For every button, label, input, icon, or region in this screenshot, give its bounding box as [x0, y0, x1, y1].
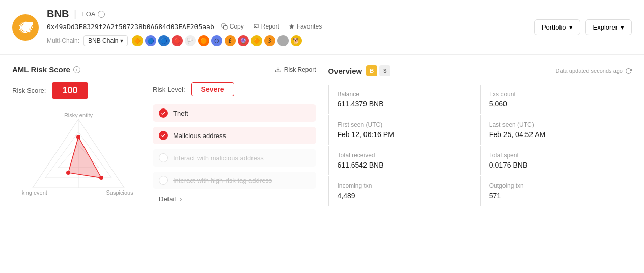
stat-label-3: Last seen (UTC) — [489, 121, 624, 128]
chain-selector[interactable]: BNB Chain ▾ — [83, 35, 128, 46]
stats-grid: Balance 611.4379 BNB Txs count 5,060 Fir… — [328, 85, 632, 207]
risk-score-label: Risk Score: — [12, 87, 46, 94]
aml-header: AML Risk Score i Risk Report — [12, 65, 316, 74]
header-info: BNB | EOA i 0x49aDd3E8329f2A2f507238b0A6… — [47, 8, 534, 46]
chain-icon-multi[interactable]: 🏳️ — [185, 35, 196, 46]
title-divider: | — [74, 9, 76, 19]
aml-info-icon[interactable]: i — [73, 66, 80, 73]
stat-value-1: 5,060 — [489, 100, 624, 108]
stat-item-3: Last seen (UTC) Feb 25, 04:52 AM — [480, 115, 632, 145]
report-button[interactable]: Report — [251, 22, 282, 31]
stat-value-4: 611.6542 BNB — [338, 161, 472, 169]
aml-panel: AML Risk Score i Risk Report Risk Score:… — [12, 65, 316, 207]
risk-item-interact-malicious: Interact with malicious address — [153, 149, 316, 167]
chain-chevron-icon: ▾ — [120, 37, 123, 44]
svg-rect-1 — [223, 26, 227, 30]
svg-marker-2 — [289, 24, 294, 29]
stat-label-7: Outgoing txn — [489, 182, 624, 189]
chain-icon-eth[interactable]: 🔵 — [145, 35, 156, 46]
stat-item-7: Outgoing txn 571 — [480, 176, 632, 206]
risk-item-interact-high-risk: Interact with high-risk tag address — [153, 172, 316, 189]
stat-value-0: 611.4379 BNB — [338, 100, 472, 108]
stat-label-6: Incoming txn — [338, 182, 472, 189]
stat-value-6: 4,489 — [338, 192, 472, 200]
stat-label-1: Txs count — [489, 91, 624, 98]
interact-malicious-checkbox[interactable] — [159, 153, 168, 162]
risk-level-label: Risk Level: — [153, 86, 185, 93]
usd-badge[interactable]: $ — [379, 65, 390, 76]
stat-label-5: Total spent — [489, 152, 624, 159]
stat-label-4: Total received — [338, 152, 472, 159]
overview-panel: Overview B $ Data updated seconds ago Ba… — [328, 65, 632, 207]
chain-icon-shib[interactable]: 🐕 — [291, 35, 302, 46]
risk-content: Risk Score: 100 — [12, 82, 316, 203]
overview-badges: B $ — [366, 65, 390, 76]
chain-icons-row: 🔶 🔵 🔵 🔴 🏳️ 🟠 ⬡ ₿ 🔮 🔶 ₿ ≡ 🐕 — [132, 35, 302, 46]
detail-link[interactable]: Detail — [153, 195, 316, 203]
chain-icon-bnb[interactable]: 🔶 — [132, 35, 143, 46]
stat-value-3: Feb 25, 04:52 AM — [489, 130, 624, 139]
svg-point-13 — [66, 171, 70, 175]
malicious-checkbox[interactable] — [159, 131, 168, 140]
stat-label-2: First seen (UTC) — [338, 121, 472, 128]
malicious-label: Malicious address — [173, 132, 226, 140]
stat-item-4: Total received 611.6542 BNB — [328, 146, 480, 175]
chain-icon-eth2[interactable]: ⬡ — [211, 35, 222, 46]
risk-items-list: Theft Malicious address Interact with ma… — [153, 104, 316, 189]
favorites-button[interactable]: Favorites — [287, 22, 324, 31]
svg-text:Suspicious txn: Suspicious txn — [106, 189, 134, 196]
header-actions: Portfolio ▾ Explorer ▾ — [534, 19, 632, 35]
svg-text:Risky entity: Risky entity — [64, 112, 93, 118]
main-content: AML Risk Score i Risk Report Risk Score:… — [0, 55, 644, 217]
risk-left: Risk Score: 100 — [12, 82, 145, 203]
explorer-chevron-icon: ▾ — [621, 23, 624, 31]
chain-icon-trx[interactable]: 🟠 — [198, 35, 209, 46]
stat-item-5: Total spent 0.0176 BNB — [480, 146, 632, 175]
chain-icon-btc2[interactable]: ₿ — [264, 35, 275, 46]
eoa-info-icon[interactable]: i — [98, 11, 105, 18]
interact-high-risk-label: Interact with high-risk tag address — [173, 177, 272, 184]
stat-item-1: Txs count 5,060 — [480, 85, 632, 114]
chain-icon-btc[interactable]: ₿ — [225, 35, 236, 46]
risk-report-button[interactable]: Risk Report — [275, 66, 316, 73]
bnb-badge[interactable]: B — [366, 65, 377, 76]
token-name: BNB — [47, 8, 69, 20]
chain-icon-usdc[interactable]: 🔵 — [158, 35, 170, 46]
chain-icon-polygon[interactable]: 🔮 — [238, 35, 249, 46]
copy-button[interactable]: Copy — [219, 22, 246, 31]
portfolio-button[interactable]: Portfolio ▾ — [534, 19, 580, 35]
risk-level-value: Severe — [191, 82, 234, 96]
header-title-row: BNB | EOA i — [47, 8, 534, 20]
page-header: BNB | EOA i 0x49aDd3E8329f2A2f507238b0A6… — [0, 0, 644, 55]
chain-icon-bnb2[interactable]: 🔶 — [251, 35, 262, 46]
token-logo — [12, 14, 39, 41]
svg-marker-10 — [68, 137, 101, 178]
overview-header: Overview B $ Data updated seconds ago — [328, 65, 632, 76]
portfolio-chevron-icon: ▾ — [569, 23, 573, 31]
risk-item-theft: Theft — [153, 104, 316, 122]
svg-point-11 — [76, 135, 80, 139]
stat-value-7: 571 — [489, 192, 624, 200]
stat-item-6: Incoming txn 4,489 — [328, 176, 480, 206]
theft-label: Theft — [173, 110, 188, 117]
overview-title: Overview B $ — [328, 65, 391, 76]
radar-chart: Risky entity Hacking event Suspicious tx… — [22, 109, 134, 201]
chain-icon-multi2[interactable]: ≡ — [277, 35, 289, 46]
risk-level-row: Risk Level: Severe — [153, 82, 316, 96]
risk-item-malicious: Malicious address — [153, 127, 316, 144]
chain-icon-avax[interactable]: 🔴 — [172, 35, 183, 46]
theft-checkbox[interactable] — [159, 108, 168, 118]
svg-text:Hacking event: Hacking event — [22, 189, 47, 196]
stat-value-5: 0.0176 BNB — [489, 161, 624, 169]
svg-point-12 — [99, 176, 103, 180]
interact-malicious-label: Interact with malicious address — [173, 154, 264, 162]
explorer-button[interactable]: Explorer ▾ — [585, 19, 632, 35]
token-type: EOA i — [81, 10, 104, 18]
interact-high-risk-checkbox[interactable] — [159, 176, 168, 185]
risk-right: Risk Level: Severe Theft — [153, 82, 316, 203]
stat-item-0: Balance 611.4379 BNB — [328, 85, 480, 114]
risk-score-value: 100 — [52, 82, 88, 99]
stat-label-0: Balance — [338, 91, 472, 98]
address-row: 0x49aDd3E8329f2A2f507238b0A684d03EAE205a… — [47, 22, 534, 31]
stat-item-2: First seen (UTC) Feb 12, 06:16 PM — [328, 115, 480, 145]
